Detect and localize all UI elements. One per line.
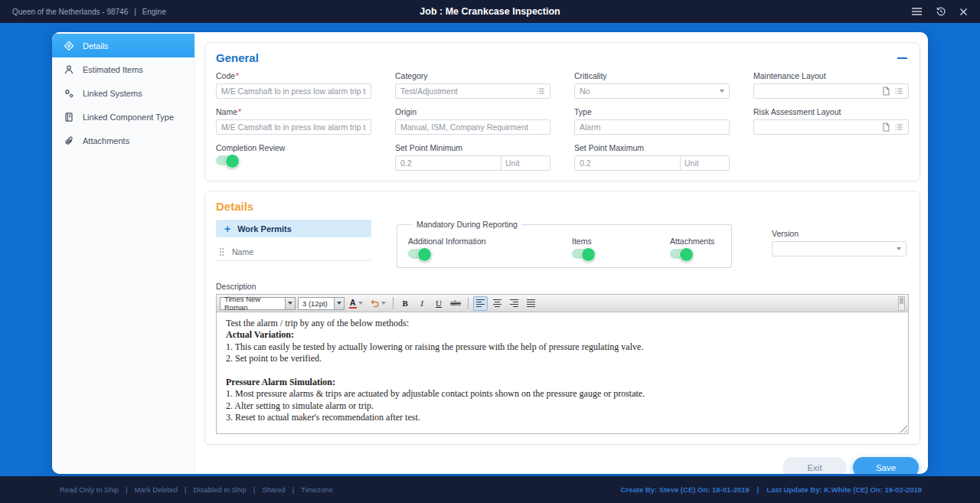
titlebar-actions	[911, 6, 968, 17]
items-toggle[interactable]	[572, 249, 594, 259]
criticality-label: Criticality	[574, 71, 607, 80]
items-field: Items	[572, 237, 670, 259]
description-line: 1. This can easily be tested by actually…	[226, 341, 899, 353]
undo-button[interactable]	[368, 298, 388, 309]
required-marker: *	[238, 107, 241, 116]
description-line: 3. Reset to actual maker's recommendatio…	[226, 412, 899, 423]
font-color-icon: A	[349, 299, 357, 309]
attachments-field: Attachments	[670, 237, 714, 259]
lookup-list-icon[interactable]	[536, 87, 545, 96]
align-center-button[interactable]	[490, 296, 505, 311]
created-by-text: Create By: Steve (CE) On: 18-01-2019	[621, 485, 750, 494]
mandatory-during-reporting-group: Mandatory During Reporting Additional In…	[397, 220, 732, 268]
origin-input[interactable]	[400, 122, 545, 132]
breadcrumb: Queen of the Netherlands - 98746 | Engin…	[12, 8, 166, 16]
font-size-caret[interactable]	[335, 297, 345, 310]
form-content: General Code* Category	[195, 32, 928, 474]
set-point-minimum-input[interactable]	[400, 158, 497, 168]
legend-mark-deleted: Mark Deleted	[135, 485, 178, 494]
legend-timezone: Timezone	[301, 485, 332, 494]
field-category: Category	[395, 71, 550, 99]
sidebar-item-attachments[interactable]: Attachments	[52, 129, 194, 152]
chevron-down-icon	[720, 90, 724, 93]
unit-label: Unit	[684, 158, 724, 168]
set-point-maximum-input[interactable]	[580, 158, 676, 168]
font-color-button[interactable]: A	[347, 298, 365, 309]
history-icon[interactable]	[936, 6, 946, 17]
criticality-select[interactable]: No	[574, 83, 730, 99]
code-label: Code	[216, 71, 235, 80]
paperclip-icon	[64, 136, 74, 146]
align-right-button[interactable]	[507, 296, 521, 311]
underline-button[interactable]: U	[432, 296, 446, 311]
work-permits-name-header: Name	[216, 243, 371, 261]
lookup-list-icon[interactable]	[894, 87, 903, 96]
maintenance-layout-input[interactable]	[759, 87, 878, 96]
type-input[interactable]	[580, 122, 724, 132]
person-icon	[64, 64, 74, 75]
completion-review-toggle[interactable]	[216, 155, 238, 165]
font-family-value[interactable]: Times New Roman	[220, 297, 286, 310]
unit-label: Unit	[505, 158, 545, 168]
general-panel: General Code* Category	[204, 42, 920, 181]
sidebar-item-estimated-items[interactable]: Estimated Items	[52, 57, 194, 81]
italic-button[interactable]: I	[415, 296, 430, 311]
field-type: Type	[574, 107, 730, 135]
category-input[interactable]	[400, 87, 532, 96]
document-icon[interactable]	[882, 122, 890, 132]
name-column-header: Name	[232, 247, 253, 256]
additional-information-toggle[interactable]	[408, 249, 430, 259]
sidebar-item-label: Estimated Items	[83, 65, 143, 74]
font-family-select: Times New Roman	[220, 297, 296, 310]
legend-read-only-in-ship: Read Only In Ship	[60, 485, 119, 494]
attachments-toggle[interactable]	[670, 249, 692, 259]
items-label: Items	[572, 237, 670, 246]
details-section-title: Details	[216, 200, 909, 213]
meta-separator: |	[757, 485, 760, 494]
field-origin: Origin	[395, 107, 550, 135]
breadcrumb-separator: |	[134, 8, 136, 16]
version-select[interactable]	[772, 241, 906, 256]
field-name: Name*	[216, 107, 371, 135]
field-risk-assessment-layout: Risk Assessment Layout	[753, 107, 909, 135]
field-set-point-minimum: Set Point Minimum Unit	[395, 143, 550, 171]
font-size-value[interactable]: 3 (12pt)	[298, 297, 335, 310]
sidebar-item-details[interactable]: Details	[52, 34, 194, 57]
add-work-permits-button[interactable]: + Work Permits	[216, 220, 371, 237]
description-line: Actual Variation:	[226, 329, 899, 341]
component-icon	[64, 112, 74, 122]
sidebar-item-linked-component-type[interactable]: Linked Component Type	[52, 105, 194, 129]
exit-button[interactable]: Exit	[782, 457, 847, 474]
additional-information-label: Additional Information	[408, 237, 572, 246]
close-icon[interactable]	[959, 8, 968, 16]
description-line: 2. Alter setting to simulate alarm or tr…	[226, 400, 899, 412]
editor-scrollbar[interactable]	[898, 296, 905, 311]
last-updated-by-text: Last Update By: K.White (CE) On: 19-02-2…	[766, 485, 922, 494]
lookup-list-icon[interactable]	[894, 122, 903, 132]
legend-separator: |	[126, 485, 127, 494]
align-justify-button[interactable]	[524, 296, 538, 311]
sidebar-item-linked-systems[interactable]: Linked Systems	[52, 81, 194, 105]
bold-button[interactable]: B	[398, 296, 413, 311]
field-version: Version	[772, 220, 906, 256]
description-line	[226, 365, 899, 377]
document-icon[interactable]	[882, 87, 890, 96]
field-criticality: Criticality No	[574, 71, 730, 99]
menu-icon[interactable]	[911, 7, 923, 16]
drag-handle-icon[interactable]	[219, 247, 224, 256]
code-input[interactable]	[221, 87, 366, 96]
description-line: 1. Most pressure alarms & trips are actu…	[226, 388, 899, 400]
collapse-section-icon[interactable]	[897, 57, 907, 59]
sidebar-item-label: Linked Systems	[83, 89, 142, 98]
risk-assessment-layout-input[interactable]	[759, 122, 878, 132]
name-input[interactable]	[221, 122, 366, 132]
save-button[interactable]: Save	[853, 457, 919, 474]
strikethrough-button[interactable]: abc	[449, 296, 463, 311]
job-dialog: Details Estimated Items Linked Systems L…	[52, 32, 928, 474]
align-left-button[interactable]	[473, 296, 488, 311]
dialog-actions: Exit Save	[204, 457, 920, 474]
description-content[interactable]: Test the alarm / trip by any of the belo…	[217, 312, 908, 433]
font-family-caret[interactable]	[286, 297, 296, 310]
sidebar-item-label: Linked Component Type	[83, 113, 174, 122]
editor-toolbar: Times New Roman 3 (12pt) A	[217, 295, 908, 312]
